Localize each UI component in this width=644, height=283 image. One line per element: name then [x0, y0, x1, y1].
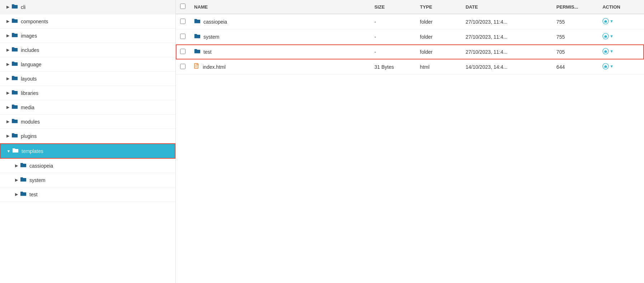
col-header-size: SIZE [370, 0, 416, 14]
file-table-body: cassiopeia-folder27/10/2023, 11:4...755 … [176, 14, 644, 75]
row-size-cell: 31 Bytes [370, 59, 416, 75]
row-type-cell: html [416, 59, 461, 75]
file-name[interactable]: cassiopeia [203, 19, 227, 25]
dropdown-arrow-icon: ▼ [610, 64, 614, 68]
dropdown-arrow-icon: ▼ [610, 49, 614, 53]
row-permissions-cell: 755 [552, 14, 598, 29]
sidebar-item-cli[interactable]: ▶ cli [0, 0, 175, 14]
row-action-cell: ▼ [598, 14, 644, 29]
table-header-row: NAME SIZE TYPE DATE PERMIS... ACTION [176, 0, 644, 14]
sidebar-item-label: components [21, 19, 171, 24]
file-browser-content: NAME SIZE TYPE DATE PERMIS... ACTION cas… [176, 0, 644, 283]
sidebar-item-templates[interactable]: ▼ templates [0, 143, 175, 159]
row-checkbox-cell [176, 59, 190, 75]
chevron-down-icon: ▼ [5, 149, 12, 153]
chevron-right-icon: ▶ [13, 163, 20, 168]
table-row: ↔ index.html31 Byteshtml14/10/2023, 14:4… [176, 59, 644, 75]
col-header-name: NAME [190, 0, 370, 14]
col-header-permis: PERMIS... [552, 0, 598, 14]
chevron-right-icon: ▶ [4, 48, 11, 52]
row-date-cell: 14/10/2023, 14:4... [461, 59, 552, 75]
chevron-right-icon: ▶ [4, 76, 11, 81]
row-size-cell: - [370, 14, 416, 29]
folder-icon [20, 162, 27, 169]
row-permissions-cell: 705 [552, 44, 598, 59]
row-checkbox[interactable] [180, 34, 185, 39]
select-all-checkbox[interactable] [180, 4, 185, 9]
sidebar-item-media[interactable]: ▶ media [0, 100, 175, 115]
sidebar-item-plugins[interactable]: ▶ plugins [0, 129, 175, 143]
svg-text:↔: ↔ [197, 67, 199, 69]
table-row: system-folder27/10/2023, 11:4...755 ▼ [176, 29, 644, 44]
row-checkbox-cell [176, 44, 190, 59]
action-button[interactable]: ▼ [602, 33, 614, 39]
sidebar-item-system-child[interactable]: ▶ system [0, 173, 175, 187]
file-name[interactable]: index.html [203, 64, 226, 70]
folder-icon [20, 177, 27, 183]
row-checkbox[interactable] [180, 64, 185, 69]
folder-icon [194, 48, 201, 55]
sidebar-item-layouts[interactable]: ▶ layouts [0, 72, 175, 86]
folder-icon [11, 61, 18, 68]
row-date-cell: 27/10/2023, 11:4... [461, 29, 552, 44]
dropdown-arrow-icon: ▼ [610, 19, 614, 23]
col-header-type: TYPE [416, 0, 461, 14]
row-type-cell: folder [416, 29, 461, 44]
sidebar-item-label: system [29, 177, 171, 183]
row-name-cell: cassiopeia [190, 14, 370, 29]
sidebar-item-label: media [21, 105, 171, 110]
sidebar-item-components[interactable]: ▶ components [0, 14, 175, 29]
sidebar-item-test-child[interactable]: ▶ test [0, 187, 175, 202]
folder-icon [11, 133, 18, 139]
chevron-right-icon: ▶ [4, 33, 11, 38]
sidebar-item-label: cli [21, 4, 171, 10]
table-row: test-folder27/10/2023, 11:4...705 ▼ [176, 44, 644, 59]
row-checkbox-cell [176, 14, 190, 29]
chevron-right-icon: ▶ [4, 105, 11, 110]
folder-icon [11, 90, 18, 96]
folder-icon [11, 32, 18, 39]
file-name[interactable]: system [203, 34, 219, 40]
sidebar-item-label: layouts [21, 76, 171, 82]
folder-icon [12, 148, 19, 154]
row-name-cell: test [190, 44, 370, 59]
sidebar-item-modules[interactable]: ▶ modules [0, 115, 175, 129]
chevron-right-icon: ▶ [13, 192, 20, 197]
sidebar-item-libraries[interactable]: ▶ libraries [0, 86, 175, 100]
sidebar-item-cassiopeia-child[interactable]: ▶ cassiopeia [0, 159, 175, 173]
row-action-cell: ▼ [598, 59, 644, 75]
action-button[interactable]: ▼ [602, 18, 614, 24]
sidebar-item-label: modules [21, 119, 171, 125]
svg-rect-3 [605, 36, 607, 38]
folder-icon [11, 104, 18, 111]
col-header-date: DATE [461, 0, 552, 14]
folder-icon [11, 47, 18, 53]
chevron-right-icon: ▶ [4, 5, 11, 9]
chevron-right-icon: ▶ [4, 119, 11, 124]
table-row: cassiopeia-folder27/10/2023, 11:4...755 … [176, 14, 644, 29]
sidebar-item-label: plugins [21, 133, 171, 139]
folder-icon [11, 75, 18, 82]
col-header-action: ACTION [598, 0, 644, 14]
sidebar-item-label: images [21, 33, 171, 39]
row-type-cell: folder [416, 14, 461, 29]
row-action-cell: ▼ [598, 29, 644, 44]
sidebar-item-language[interactable]: ▶ language [0, 57, 175, 72]
sidebar-item-label: cassiopeia [29, 163, 171, 169]
sidebar: ▶ cli▶ components▶ images▶ includes▶ lan… [0, 0, 176, 283]
row-permissions-cell: 644 [552, 59, 598, 75]
row-checkbox[interactable] [180, 19, 185, 24]
sidebar-item-label: templates [22, 148, 170, 154]
sidebar-item-includes[interactable]: ▶ includes [0, 43, 175, 57]
action-button[interactable]: ▼ [602, 63, 614, 69]
row-size-cell: - [370, 44, 416, 59]
row-checkbox-cell [176, 29, 190, 44]
row-checkbox[interactable] [180, 49, 185, 54]
svg-rect-9 [605, 66, 607, 68]
row-name-cell: system [190, 29, 370, 44]
sidebar-item-images[interactable]: ▶ images [0, 29, 175, 43]
dropdown-arrow-icon: ▼ [610, 34, 614, 38]
action-button[interactable]: ▼ [602, 48, 614, 54]
svg-rect-5 [605, 51, 607, 53]
file-name[interactable]: test [203, 49, 212, 55]
